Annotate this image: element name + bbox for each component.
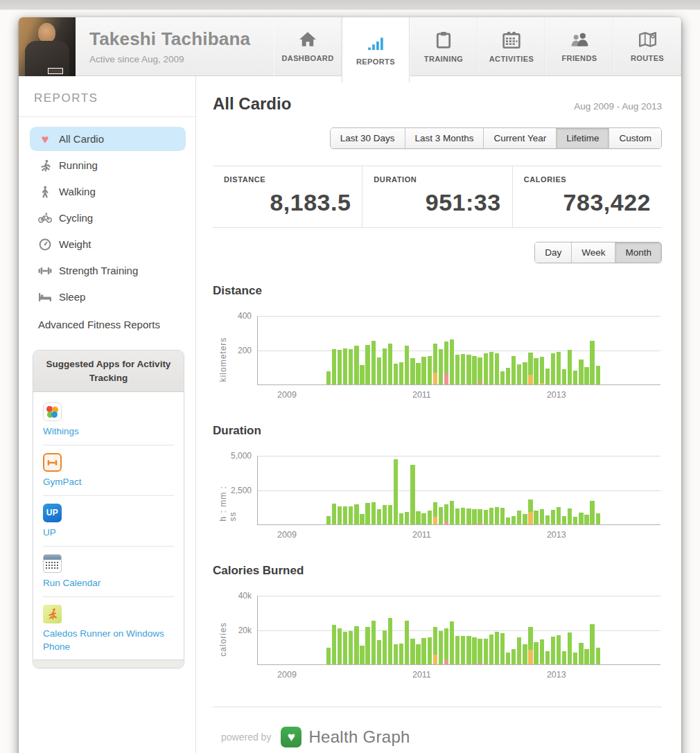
chart-bar <box>562 369 566 385</box>
chart-bar <box>388 505 392 524</box>
heart-icon: ♥ <box>38 132 52 145</box>
sidebar-item-running[interactable]: Running <box>30 153 186 177</box>
chart-bar <box>523 644 527 664</box>
tab-reports[interactable]: REPORTS <box>342 17 410 82</box>
app-link-gympact[interactable]: GymPact <box>43 445 174 496</box>
distance-chart: Distance kilometers 400200200920112013 <box>213 284 662 403</box>
chart-bar <box>557 507 561 524</box>
chart-bar <box>383 505 387 524</box>
chart-bar <box>500 508 505 524</box>
chart-bar <box>349 506 353 524</box>
stat-distance: DISTANCE 8,183.5 <box>213 166 362 227</box>
app-link-run-calendar[interactable]: Run Calendar <box>43 547 174 597</box>
tab-friends[interactable]: FRIENDS <box>545 17 613 76</box>
chart-bar <box>540 357 544 383</box>
chart-bar <box>343 506 347 524</box>
y-axis-label: calories <box>218 622 228 656</box>
x-tick-label: 2011 <box>412 390 431 400</box>
chart-bar <box>584 515 588 524</box>
chart-bar <box>394 644 398 665</box>
chart-bar <box>511 516 516 524</box>
chart-bar <box>399 362 403 384</box>
chart-bar <box>568 632 572 664</box>
chart-bar <box>428 637 432 664</box>
sidebar-title: REPORTS <box>34 91 195 105</box>
time-filter-group: Last 30 Days Last 3 Months Current Year … <box>330 127 662 149</box>
withings-icon <box>43 402 62 421</box>
sidebar-item-sleep[interactable]: Sleep <box>30 285 186 309</box>
chart-bar <box>534 642 538 664</box>
chart-bar <box>405 346 409 385</box>
app-link-withings[interactable]: Withings <box>43 395 174 445</box>
stat-calories: CALORIES 783,422 <box>512 166 662 227</box>
filter-last-3-months-button[interactable]: Last 3 Months <box>405 128 484 148</box>
chart-bar <box>545 369 550 384</box>
filter-custom-button[interactable]: Custom <box>609 128 661 148</box>
caledos-runner-icon <box>43 605 62 623</box>
x-tick-label: 2011 <box>412 530 431 540</box>
chart-bar <box>517 637 521 665</box>
gridline <box>258 490 660 491</box>
chart-bar <box>495 353 499 384</box>
health-graph-logo-icon: ♥ <box>281 727 301 747</box>
x-tick-label: 2009 <box>277 670 297 680</box>
tab-activities[interactable]: ACTIVITIES <box>478 17 545 76</box>
chart-bar <box>478 509 482 523</box>
sidebar-item-weight[interactable]: Weight <box>30 232 186 256</box>
app-link-caledos-runner[interactable]: Caledos Runner on Windows Phone <box>43 597 174 660</box>
chart-bar <box>596 648 600 665</box>
powered-by-text: powered by <box>221 732 271 743</box>
chart-bar <box>478 357 482 383</box>
people-icon <box>570 31 589 48</box>
sidebar-item-cycling[interactable]: Cycling <box>30 206 186 230</box>
health-graph-brand[interactable]: Health Graph <box>308 727 410 747</box>
chart-bar <box>439 349 443 384</box>
chart-bar <box>399 644 403 665</box>
chart-bar-segment <box>433 373 437 385</box>
sidebar-item-walking[interactable]: Walking <box>30 179 186 204</box>
filter-current-year-button[interactable]: Current Year <box>483 128 556 148</box>
gridline <box>258 630 660 631</box>
suggested-apps-list: Withings GymPact UP UP Run Calen <box>33 392 184 659</box>
granularity-day-button[interactable]: Day <box>535 242 571 263</box>
chart-bar <box>489 352 493 385</box>
divider <box>19 116 195 117</box>
tab-dashboard[interactable]: DASHBOARD <box>274 17 342 76</box>
tab-training[interactable]: TRAINING <box>410 17 478 76</box>
chart-bar <box>511 649 516 664</box>
sidebar-item-label: Weight <box>59 238 91 250</box>
tab-routes[interactable]: ROUTES <box>613 17 681 76</box>
chart-bar <box>388 618 392 664</box>
chart-bar-segment <box>528 375 532 384</box>
chart-bar <box>450 501 454 524</box>
sidebar-item-all-cardio[interactable]: ♥ All Cardio <box>30 127 186 151</box>
chart-bar <box>568 508 572 524</box>
stat-value: 951:33 <box>374 189 500 216</box>
advanced-fitness-reports-link[interactable]: Advanced Fitness Reports <box>38 313 186 336</box>
chart-bar <box>326 371 331 384</box>
chart-bar <box>557 352 561 385</box>
x-tick-label: 2013 <box>547 670 566 680</box>
filter-last-30-days-button[interactable]: Last 30 Days <box>331 128 405 148</box>
chart-bar <box>568 350 572 384</box>
granularity-month-button[interactable]: Month <box>615 242 661 263</box>
user-avatar <box>19 17 76 76</box>
chart-bar-segment <box>478 523 482 524</box>
chart-title: Distance <box>213 284 662 298</box>
chart-bar <box>461 636 465 665</box>
chart-bar <box>410 358 414 384</box>
chart-bar <box>371 341 376 384</box>
chart-bar <box>433 344 437 373</box>
chart-bar <box>326 516 331 524</box>
y-axis-label: kilometers <box>218 337 228 382</box>
tab-label: ROUTES <box>631 54 664 62</box>
x-tick-label: 2013 <box>547 390 566 400</box>
app-link-up[interactable]: UP UP <box>43 496 174 547</box>
run-calendar-icon <box>43 554 62 573</box>
chart-bar <box>416 644 420 664</box>
granularity-week-button[interactable]: Week <box>571 242 615 263</box>
filter-lifetime-button[interactable]: Lifetime <box>556 128 609 148</box>
chart-bar <box>349 349 353 384</box>
sidebar-item-strength-training[interactable]: Strength Training <box>30 258 186 283</box>
chart-bar <box>343 632 347 664</box>
